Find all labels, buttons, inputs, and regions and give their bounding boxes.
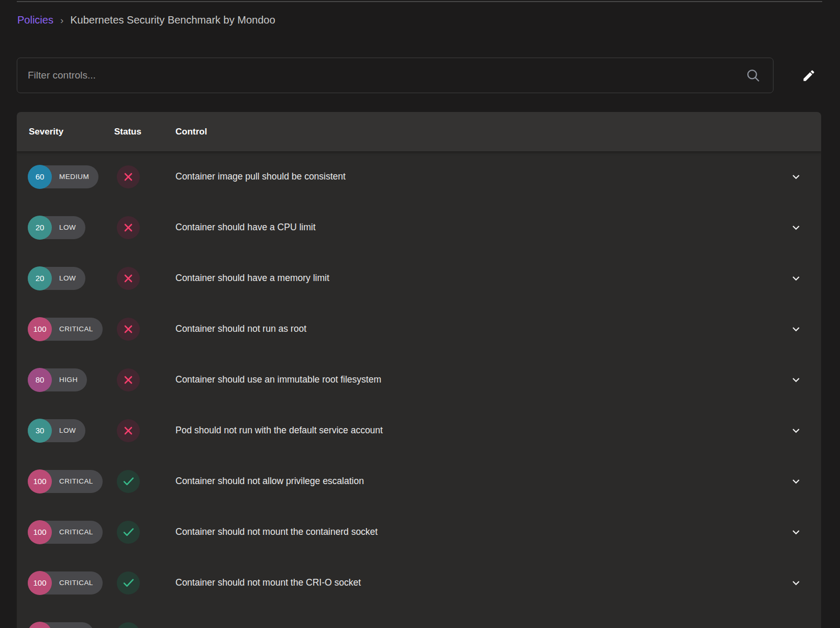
table-row[interactable]: 20 LOW Container should have a memory li… [17, 253, 821, 304]
severity-level-label: LOW [52, 427, 85, 434]
table-row[interactable]: 100 CRITICAL Container should not mount … [17, 507, 821, 557]
severity-cell: 20 LOW [17, 267, 106, 290]
x-mark-icon [122, 323, 135, 335]
severity-badge: 20 LOW [28, 216, 85, 239]
severity-level-label: MEDIUM [52, 173, 98, 181]
severity-badge: 30 LOW [28, 419, 85, 442]
severity-level-label: CRITICAL [52, 477, 103, 485]
filter-controls-field[interactable] [17, 58, 773, 93]
table-row[interactable]: 20 LOW Container should have a CPU limit [17, 202, 821, 253]
x-mark-icon [122, 171, 135, 183]
table-row[interactable]: 30 LOW Pod should not run with the defau… [17, 405, 821, 456]
x-mark-icon [122, 424, 135, 437]
chevron-down-icon[interactable] [789, 322, 803, 336]
expand-cell [789, 322, 821, 336]
status-cell [106, 318, 156, 341]
severity-cell: 60 MEDIUM [17, 165, 106, 188]
status-cell [106, 267, 156, 290]
expand-cell [789, 475, 821, 488]
status-cell [106, 368, 156, 391]
table-body: 60 MEDIUM Container image pull should be… [17, 151, 821, 628]
control-title: Container should not mount the container… [156, 526, 789, 537]
chevron-down-icon[interactable] [789, 221, 803, 234]
table-header: Severity Status Control [17, 112, 821, 151]
table-row[interactable]: 100 CRITICAL Container should not run as… [17, 304, 821, 354]
column-header-control: Control [156, 127, 821, 137]
chevron-down-icon[interactable] [789, 272, 803, 285]
severity-cell: 100 CRITICAL [17, 470, 106, 493]
breadcrumb-current-page: Kubernetes Security Benchmark by Mondoo [70, 14, 275, 26]
chevron-down-icon[interactable] [789, 424, 803, 438]
controls-table: Severity Status Control 60 MEDIUM Contai… [17, 112, 821, 628]
severity-score: 80 [28, 368, 52, 392]
breadcrumb-separator: › [60, 15, 63, 26]
chevron-down-icon[interactable] [789, 373, 803, 387]
severity-cell: 20 LOW [17, 216, 106, 239]
expand-cell [789, 170, 821, 184]
edit-button[interactable] [796, 63, 821, 88]
severity-badge: 60 MEDIUM [28, 165, 98, 188]
expand-cell [789, 576, 821, 590]
status-fail-icon [117, 419, 140, 442]
check-mark-icon [121, 525, 136, 539]
severity-cell: 100 CRITICAL [17, 318, 106, 341]
expand-cell [789, 272, 821, 285]
control-title: Container should have a CPU limit [156, 222, 789, 233]
severity-level-label: LOW [52, 274, 85, 282]
status-cell [106, 521, 156, 544]
check-mark-icon [121, 576, 136, 590]
control-title: Container should not allow privilege esc… [156, 476, 789, 487]
expand-cell [789, 525, 821, 539]
control-title: Container should have a memory limit [156, 273, 789, 284]
severity-level-label: CRITICAL [52, 325, 103, 333]
table-row[interactable]: 80 HIGH Container should use an immutabl… [17, 354, 821, 405]
table-row[interactable]: 60 MEDIUM Container image pull should be… [17, 151, 821, 202]
severity-cell: 30 LOW [17, 419, 106, 442]
severity-score: 60 [28, 165, 52, 189]
table-row[interactable]: 100 CRITICAL Container should not mount … [17, 557, 821, 608]
status-fail-icon [117, 165, 140, 188]
chevron-down-icon[interactable] [789, 525, 803, 539]
status-pass-icon [117, 571, 140, 595]
status-fail-icon [117, 216, 140, 239]
chevron-down-icon[interactable] [789, 576, 803, 590]
severity-score: 100 [28, 317, 52, 341]
severity-badge: 100 CRITICAL [28, 571, 103, 595]
severity-cell: 100 CRITICAL [17, 571, 106, 595]
breadcrumb: Policies › Kubernetes Security Benchmark… [17, 14, 822, 26]
x-mark-icon [122, 374, 135, 386]
check-mark-icon [121, 474, 136, 488]
x-mark-icon [122, 221, 135, 234]
filter-controls-input[interactable] [17, 58, 773, 93]
control-title: Container should not run as root [156, 323, 789, 334]
severity-score: 100 [28, 469, 52, 494]
status-cell [106, 622, 156, 628]
status-fail-icon [117, 267, 140, 290]
toolbar [17, 58, 821, 93]
control-title: Pod should not run with the default serv… [156, 425, 789, 436]
severity-badge: 100 CRITICAL [28, 521, 103, 544]
severity-cell [17, 622, 106, 628]
table-row[interactable] [17, 608, 821, 628]
severity-level-label: LOW [52, 223, 85, 231]
column-header-status: Status [106, 127, 156, 137]
severity-score: 30 [28, 419, 52, 443]
table-row[interactable]: 100 CRITICAL Container should not allow … [17, 456, 821, 507]
severity-cell: 100 CRITICAL [17, 521, 106, 544]
severity-score: 100 [28, 520, 52, 544]
status-cell [106, 470, 156, 493]
control-title: Container image pull should be consisten… [156, 171, 789, 182]
severity-score: 20 [28, 266, 52, 290]
x-mark-icon [122, 272, 135, 285]
status-pass-icon [117, 622, 140, 628]
status-cell [106, 571, 156, 595]
status-cell [106, 419, 156, 442]
breadcrumb-policies-link[interactable]: Policies [17, 14, 53, 26]
column-header-severity: Severity [17, 127, 106, 137]
severity-score: 100 [28, 571, 52, 595]
chevron-down-icon[interactable] [789, 170, 803, 184]
chevron-down-icon[interactable] [789, 475, 803, 488]
severity-score [28, 622, 52, 628]
expand-cell [789, 373, 821, 387]
severity-badge: 20 LOW [28, 267, 85, 290]
